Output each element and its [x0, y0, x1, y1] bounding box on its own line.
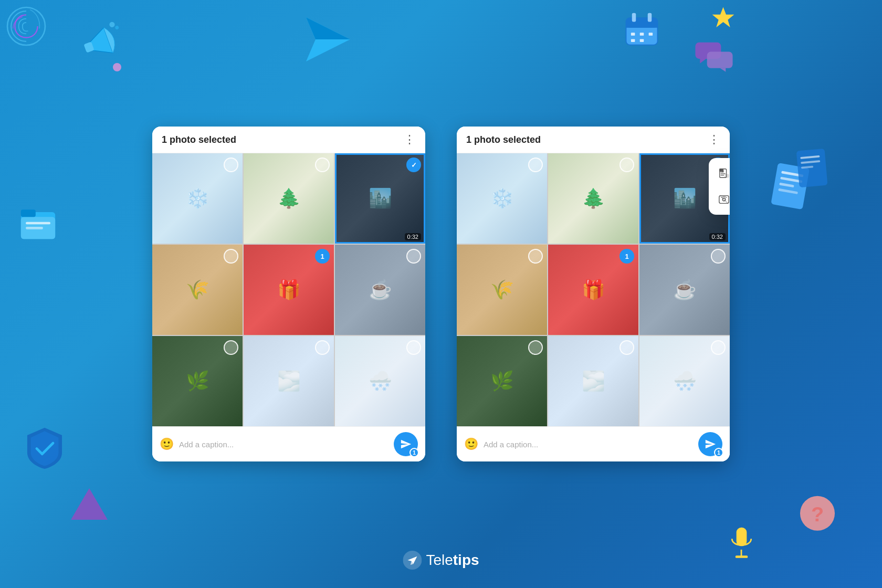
svg-text:HQ: HQ — [720, 169, 723, 172]
left-photo-grid: ❄️ 🌲 🏙️ ✓ 0:32 🌾 — [152, 153, 425, 426]
left-photo-3[interactable]: 🏙️ ✓ 0:32 — [335, 153, 425, 244]
right-select-circle-1 — [528, 158, 543, 172]
branding-tips: tips — [453, 552, 479, 568]
left-card-title: 1 photo selected — [162, 134, 236, 145]
right-card-header: 1 photo selected ⋮ — [457, 127, 730, 153]
left-select-circle-4 — [224, 249, 238, 264]
left-select-circle-2 — [315, 158, 330, 172]
context-menu-send-as-file[interactable]: HQ Send as file — [709, 160, 730, 186]
left-select-circle-6 — [406, 249, 421, 264]
right-caption-bar: 🙂 Add a caption... 1 — [457, 426, 730, 461]
context-menu-hide-spoiler[interactable]: Hide with spoiler — [709, 186, 730, 213]
right-select-circle-7 — [528, 340, 543, 355]
left-photo-9[interactable]: 🌨️ — [335, 336, 425, 426]
right-duration-badge: 0:32 — [709, 233, 726, 240]
left-photo-2[interactable]: 🌲 — [244, 153, 334, 244]
left-send-button[interactable]: 1 — [394, 432, 418, 456]
left-photo-4[interactable]: 🌾 — [152, 245, 243, 335]
right-select-circle-5: 1 — [620, 249, 634, 264]
right-caption-input[interactable]: Add a caption... — [484, 440, 693, 449]
send-as-file-icon: HQ — [718, 167, 730, 179]
right-select-circle-4 — [528, 249, 543, 264]
right-photo-9[interactable]: 🌨️ — [639, 336, 730, 426]
right-card-title: 1 photo selected — [466, 134, 541, 145]
main-content: 1 photo selected ⋮ ❄️ 🌲 🏙️ ✓ — [0, 0, 882, 588]
left-send-badge: 1 — [410, 448, 419, 457]
right-photo-6[interactable]: ☕ — [639, 245, 730, 335]
left-select-circle-1 — [224, 158, 238, 172]
right-select-circle-9 — [711, 340, 726, 355]
right-send-icon — [705, 438, 716, 450]
left-photo-6[interactable]: ☕ — [335, 245, 425, 335]
right-photo-1[interactable]: ❄️ — [457, 153, 547, 244]
svg-rect-43 — [725, 174, 729, 177]
left-photo-5[interactable]: 🎁 1 — [244, 245, 334, 335]
branding-tele: Tele — [426, 552, 453, 568]
right-select-circle-6 — [711, 249, 726, 264]
left-caption-bar: 🙂 Add a caption... 1 — [152, 426, 425, 461]
left-select-circle-9 — [406, 340, 421, 355]
branding-text: Teletips — [426, 552, 479, 569]
left-card-header: 1 photo selected ⋮ — [152, 127, 425, 153]
right-photo-2[interactable]: 🌲 — [548, 153, 638, 244]
right-select-circle-8 — [620, 340, 634, 355]
branding-logo-icon — [403, 551, 422, 570]
left-duration-badge: 0:32 — [405, 233, 421, 240]
right-more-button[interactable]: ⋮ — [708, 134, 720, 145]
right-photo-grid: ❄️ 🌲 🏙️ ✓ 0:32 🌾 — [457, 153, 730, 426]
right-photo-7[interactable]: 🌿 — [457, 336, 547, 426]
right-emoji-button[interactable]: 🙂 — [464, 437, 478, 451]
left-send-icon — [400, 438, 412, 450]
left-select-circle-5: 1 — [315, 249, 330, 264]
hide-with-spoiler-icon — [718, 194, 730, 205]
left-card: 1 photo selected ⋮ ❄️ 🌲 🏙️ ✓ — [152, 127, 425, 461]
left-select-circle-8 — [315, 340, 330, 355]
left-select-circle-7 — [224, 340, 238, 355]
right-send-badge: 1 — [714, 448, 723, 457]
right-card: 1 photo selected ⋮ ❄️ 🌲 🏙️ ✓ — [457, 127, 730, 461]
right-photo-8[interactable]: 🌫️ — [548, 336, 638, 426]
left-caption-input[interactable]: Add a caption... — [179, 440, 388, 449]
left-select-circle-3: ✓ — [406, 158, 421, 172]
context-menu: HQ Send as file Hide with spoiler — [709, 158, 730, 215]
left-more-button[interactable]: ⋮ — [404, 134, 416, 145]
left-photo-7[interactable]: 🌿 — [152, 336, 243, 426]
right-photo-5[interactable]: 🎁 1 — [548, 245, 638, 335]
right-send-button[interactable]: 1 — [698, 432, 722, 456]
right-select-circle-2 — [620, 158, 634, 172]
left-emoji-button[interactable]: 🙂 — [160, 437, 174, 451]
right-photo-4[interactable]: 🌾 — [457, 245, 547, 335]
branding: Teletips — [403, 551, 479, 570]
left-photo-1[interactable]: ❄️ — [152, 153, 243, 244]
left-photo-8[interactable]: 🌫️ — [244, 336, 334, 426]
